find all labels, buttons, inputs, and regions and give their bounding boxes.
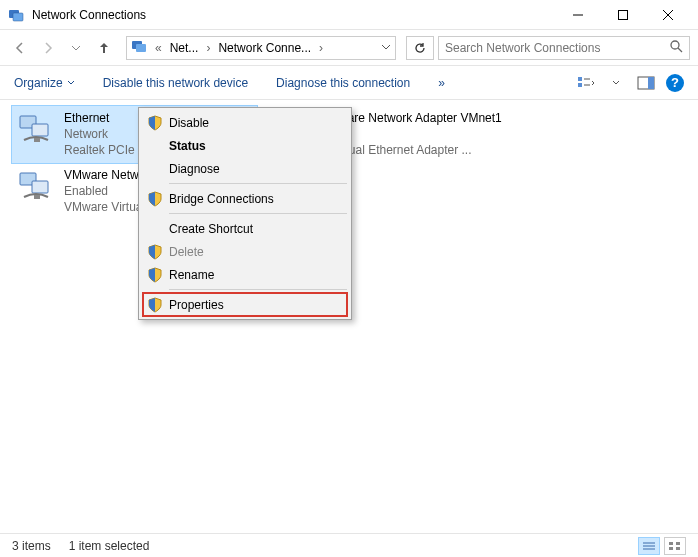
menu-item-properties[interactable]: Properties — [141, 293, 349, 316]
svg-point-8 — [671, 41, 679, 49]
svg-rect-11 — [578, 83, 582, 87]
svg-rect-18 — [34, 138, 40, 142]
menu-item-label: Disable — [169, 116, 209, 130]
menu-item-label: Delete — [169, 245, 204, 259]
menu-item-bridge[interactable]: Bridge Connections — [141, 187, 349, 210]
shield-icon — [147, 244, 163, 260]
up-button[interactable] — [92, 36, 116, 60]
svg-rect-31 — [676, 547, 680, 550]
svg-rect-10 — [578, 77, 582, 81]
menu-item-delete: Delete — [141, 240, 349, 263]
status-item-count: 3 items — [12, 539, 51, 553]
chevron-down-icon — [67, 79, 75, 87]
menu-item-disable[interactable]: Disable — [141, 111, 349, 134]
menu-separator — [169, 213, 347, 214]
adapter-device: Realtek PCIe G — [64, 142, 147, 158]
chevron-right-icon[interactable]: › — [315, 41, 327, 55]
svg-rect-7 — [136, 44, 146, 52]
menu-item-create-shortcut[interactable]: Create Shortcut — [141, 217, 349, 240]
window-title: Network Connections — [32, 8, 555, 22]
menu-item-label: Diagnose — [169, 162, 220, 176]
svg-rect-24 — [34, 195, 40, 199]
adapter-status: Network — [64, 126, 147, 142]
svg-rect-30 — [669, 547, 673, 550]
menu-item-diagnose[interactable]: Diagnose — [141, 157, 349, 180]
preview-pane-button[interactable] — [636, 73, 656, 93]
breadcrumb-item[interactable]: Network Conne... — [218, 41, 311, 55]
network-adapter-icon — [16, 110, 56, 150]
forward-button[interactable] — [36, 36, 60, 60]
back-button[interactable] — [8, 36, 32, 60]
breadcrumb-sep-icon: « — [151, 41, 166, 55]
close-button[interactable] — [645, 0, 690, 30]
location-icon — [131, 38, 147, 57]
disable-device-button[interactable]: Disable this network device — [103, 76, 248, 90]
view-details-button[interactable] — [638, 537, 660, 555]
organize-menu[interactable]: Organize — [14, 76, 75, 90]
minimize-button[interactable] — [555, 0, 600, 30]
svg-line-9 — [678, 48, 682, 52]
maximize-button[interactable] — [600, 0, 645, 30]
adapter-name: VMware Netw — [64, 167, 142, 183]
shield-icon — [147, 267, 163, 283]
menu-item-label: Rename — [169, 268, 214, 282]
search-input[interactable] — [445, 41, 669, 55]
overflow-button[interactable]: » — [438, 76, 445, 90]
adapter-device: VMware Virtua — [64, 199, 142, 215]
view-options-button[interactable] — [576, 73, 596, 93]
svg-rect-29 — [676, 542, 680, 545]
context-menu: Disable Status Diagnose Bridge Connectio… — [138, 107, 352, 320]
svg-rect-3 — [618, 10, 627, 19]
app-icon — [8, 7, 24, 23]
address-bar[interactable]: « Net... › Network Conne... › — [126, 36, 396, 60]
breadcrumb-item[interactable]: Net... — [170, 41, 199, 55]
recent-dropdown[interactable] — [64, 36, 88, 60]
menu-item-label: Create Shortcut — [169, 222, 253, 236]
search-icon[interactable] — [669, 39, 683, 56]
shield-icon — [147, 191, 163, 207]
view-large-icons-button[interactable] — [664, 537, 686, 555]
menu-item-status[interactable]: Status — [141, 134, 349, 157]
help-button[interactable]: ? — [666, 74, 684, 92]
menu-separator — [169, 289, 347, 290]
address-dropdown-icon[interactable] — [381, 41, 391, 55]
adapter-name: Ethernet — [64, 110, 147, 126]
chevron-right-icon[interactable]: › — [202, 41, 214, 55]
search-box[interactable] — [438, 36, 690, 60]
menu-item-label: Bridge Connections — [169, 192, 274, 206]
diagnose-connection-button[interactable]: Diagnose this connection — [276, 76, 410, 90]
menu-item-rename[interactable]: Rename — [141, 263, 349, 286]
view-dropdown-icon[interactable] — [606, 73, 626, 93]
refresh-button[interactable] — [406, 36, 434, 60]
menu-item-label: Properties — [169, 298, 224, 312]
svg-rect-1 — [13, 13, 23, 21]
svg-rect-28 — [669, 542, 673, 545]
adapter-status: Enabled — [64, 183, 142, 199]
svg-rect-15 — [648, 77, 654, 89]
menu-item-label: Status — [169, 139, 206, 153]
network-adapter-icon — [16, 167, 56, 207]
organize-label: Organize — [14, 76, 63, 90]
menu-separator — [169, 183, 347, 184]
status-selection-count: 1 item selected — [69, 539, 150, 553]
shield-icon — [147, 115, 163, 131]
svg-rect-17 — [32, 124, 48, 136]
svg-rect-23 — [32, 181, 48, 193]
shield-icon — [147, 297, 163, 313]
